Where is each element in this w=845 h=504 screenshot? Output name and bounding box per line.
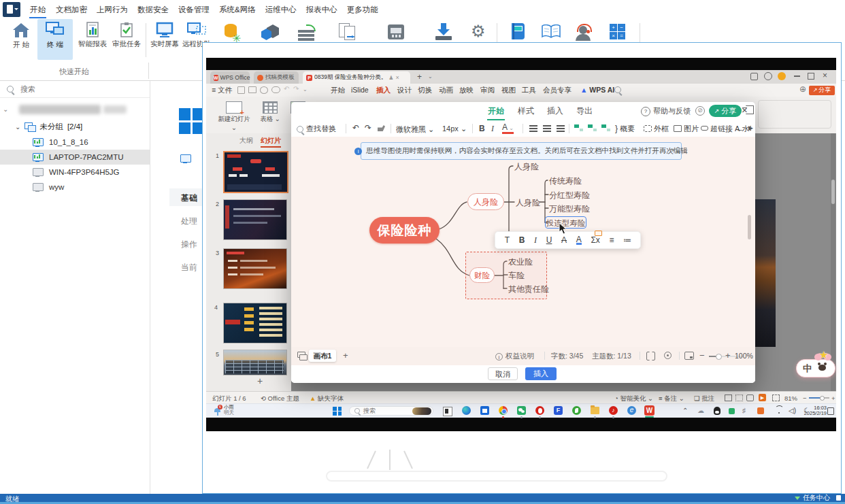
ribbon-start-button[interactable]: 开 始 [7, 20, 35, 60]
app-logo[interactable] [3, 2, 20, 17]
dialog-share-button[interactable]: ↗分享 [709, 105, 742, 117]
green-app-icon[interactable] [572, 406, 581, 415]
wps-menu-view[interactable]: 视图 [501, 86, 516, 95]
taskbar-search-box[interactable]: 搜索 [349, 406, 433, 416]
tree-item-computer-selected[interactable]: LAPTOP-7PAC2MTU [0, 150, 150, 165]
mindmap-node-renshen-pill[interactable]: 人身险 [467, 193, 504, 210]
menu-item-device-mgmt[interactable]: 设备管理 [178, 5, 210, 15]
wps-menu-slideshow[interactable]: 放映 [459, 86, 474, 95]
wps-doc-tab-template[interactable]: 找稿类模板 [254, 71, 299, 84]
store-icon[interactable] [480, 406, 489, 415]
calculator-icon[interactable]: + − × = [610, 24, 625, 39]
add-slide-icon[interactable]: + [257, 375, 263, 386]
zoom-in-plus[interactable]: + [725, 350, 731, 360]
qq-icon[interactable] [714, 407, 720, 415]
mindmap-leaf-auto[interactable]: 车险 [508, 270, 525, 282]
tree-root-redacted[interactable]: ⌄ [0, 103, 150, 118]
ribbon-terminal-button[interactable]: 终 端 [37, 19, 73, 60]
bullet-list-icon[interactable]: ≡ [610, 235, 614, 245]
status-beautify[interactable]: ◔ 智能美化 ⌄ [614, 394, 653, 403]
fullscreen-icon[interactable] [646, 352, 655, 360]
locate-icon[interactable] [664, 352, 672, 359]
globe-icon[interactable] [764, 72, 772, 80]
wps-menu-islide[interactable]: iSlide [351, 86, 369, 94]
numbered-list-icon[interactable]: ≔ [623, 235, 631, 245]
table-button[interactable]: 表格 ⌄ [258, 99, 282, 131]
mindmap-canvas[interactable]: i 思维导图使用时需保持联网，内容会实时保存至云文档。关闭后可在云文档中找到文件… [291, 137, 755, 347]
close-icon[interactable]: × [742, 104, 748, 116]
open-book-icon[interactable] [542, 24, 561, 39]
mindmap-node-renshen-top[interactable]: 人身险 [514, 161, 539, 173]
taskview-icon[interactable] [443, 407, 452, 416]
menu-item-web-behavior[interactable]: 上网行为 [97, 5, 128, 15]
mindmap-leaf-universal[interactable]: 万能型寿险 [549, 203, 590, 215]
italic-icon[interactable]: I [534, 235, 537, 246]
dialog-tab-start[interactable]: 开始 [487, 103, 505, 120]
slide-thumbnail-1-selected[interactable] [223, 151, 288, 193]
restore-icon[interactable] [808, 73, 814, 80]
minimap-icon[interactable] [684, 352, 694, 360]
network-card-icon[interactable] [388, 24, 404, 39]
menu-item-home[interactable]: 开始 [29, 1, 46, 18]
wifi-icon[interactable] [775, 408, 782, 414]
menu-item-ops-center[interactable]: 运维中心 [265, 5, 297, 15]
close-window-icon[interactable]: × [823, 71, 827, 80]
dialog-tab-style[interactable]: 样式 [518, 105, 534, 117]
manual-book-icon[interactable] [512, 23, 525, 39]
align-right-icon[interactable] [557, 125, 565, 132]
status-comments[interactable]: ❏ 批注 [694, 394, 714, 403]
formula-icon[interactable]: Σx [591, 235, 599, 245]
cloud-icon[interactable]: ☁ [697, 407, 704, 414]
zoom-out-icon[interactable]: − [803, 394, 807, 402]
bold-icon[interactable]: B [479, 124, 485, 133]
view-reading-icon[interactable] [746, 394, 754, 401]
add-plus-icon[interactable]: ⊕ [799, 84, 806, 94]
wechat-icon[interactable] [517, 406, 526, 415]
database-icon[interactable]: ✳ [225, 24, 238, 40]
summary-button[interactable]: } 概要 [615, 124, 635, 134]
edge-icon[interactable] [462, 406, 471, 415]
mindmap-node-caixian-pill[interactable]: 财险 [469, 267, 495, 283]
server-wifi-icon[interactable] [298, 24, 316, 41]
mindmap-leaf-traditional[interactable]: 传统寿险 [549, 175, 582, 187]
wechat-tray-icon[interactable] [729, 408, 735, 414]
underline-icon[interactable]: U [546, 235, 552, 245]
menu-item-data-security[interactable]: 数据安全 [137, 5, 169, 15]
wps-file-menu[interactable]: ≡ 文件 [212, 86, 232, 95]
wps-active-tab[interactable]: P 0839期 保险业务险种分类。 ♟ × [303, 71, 410, 84]
wps-menu-member[interactable]: 会员专享 [543, 86, 571, 95]
ime-badge[interactable]: 中 ★ [796, 359, 835, 377]
volume-icon[interactable]: ◁) [789, 407, 796, 414]
find-replace-button[interactable]: 查找替换 [297, 124, 336, 134]
menu-item-more[interactable]: 更多功能 [347, 5, 378, 15]
zoom-slider[interactable] [809, 397, 829, 399]
canvas-layers-icon[interactable] [297, 352, 305, 359]
insert-parent-topic-icon[interactable] [601, 124, 610, 132]
mindmap-node-renshen-mid[interactable]: 人身险 [516, 197, 540, 209]
collab-person-icon[interactable]: ♟ [388, 75, 393, 81]
wps-share-button[interactable]: ↗分享 [809, 86, 835, 95]
toolbar-more-icon[interactable]: ▶ [748, 124, 753, 131]
cancel-button[interactable]: 取消 [488, 367, 518, 380]
redo-icon[interactable]: ↷ [293, 85, 299, 93]
ribbon-screen-button[interactable]: 实时屏幕 [150, 20, 180, 60]
dialog-tab-insert[interactable]: 插入 [547, 105, 563, 117]
tree-group-ungrouped[interactable]: ⌄ 未分组 [2/4] [0, 119, 150, 134]
tab-list-chevron-icon[interactable]: ⌄ [428, 73, 433, 80]
insert-sibling-topic-icon[interactable] [574, 124, 583, 132]
wps-ai-button[interactable]: ▲ WPS AI [580, 86, 614, 94]
wps-menu-design[interactable]: 设计 [397, 86, 412, 95]
ie-icon[interactable]: e [627, 406, 636, 415]
folder-icon[interactable] [591, 407, 599, 414]
text-style-icon[interactable]: T [505, 235, 510, 245]
status-missing-font[interactable]: ▲ 缺失字体 [310, 394, 344, 403]
print-icon[interactable] [248, 86, 256, 93]
close-tab-icon[interactable]: × [395, 74, 399, 81]
status-zoom-value[interactable]: 81% [784, 394, 797, 402]
ribbon-approval-button[interactable]: 审批任务 [110, 20, 143, 60]
align-center-icon[interactable] [543, 125, 551, 132]
wps-menu-transition[interactable]: 切换 [418, 86, 432, 95]
search-input[interactable] [19, 84, 131, 94]
insert-child-topic-icon[interactable] [588, 124, 597, 132]
wps-taskbar-icon[interactable]: W [644, 405, 655, 416]
